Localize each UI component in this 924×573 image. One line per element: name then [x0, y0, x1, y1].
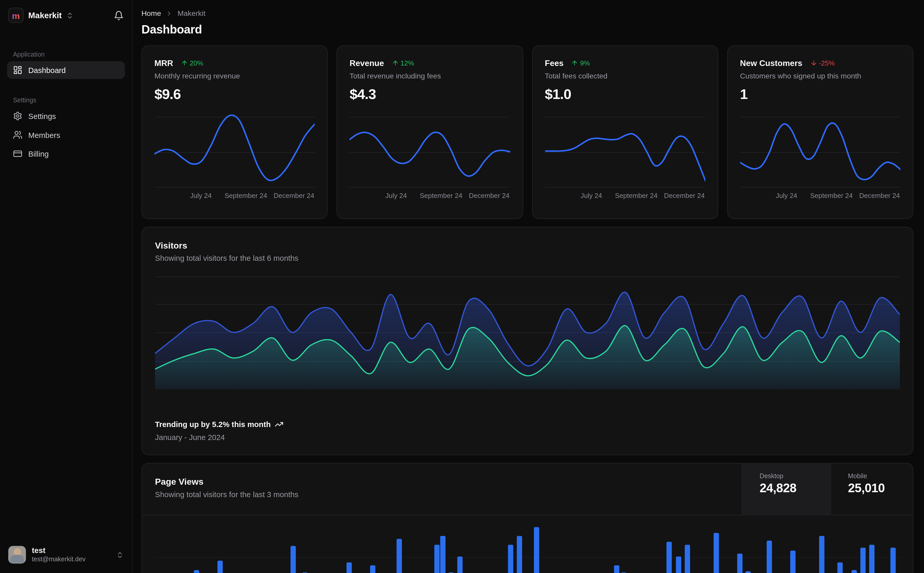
- chevrons-up-down-icon[interactable]: [66, 11, 74, 19]
- bar: [194, 570, 199, 573]
- sidebar-item-members[interactable]: Members: [7, 126, 125, 144]
- tab-label: Mobile: [848, 472, 913, 479]
- stat-value: $1.0: [545, 86, 705, 102]
- arrow-up-icon: [392, 59, 399, 66]
- stat-description: Customers who signed up this month: [740, 72, 900, 80]
- arrow-up-icon: [181, 59, 188, 66]
- credit-card-icon: [13, 149, 22, 158]
- bar: [852, 570, 857, 573]
- chevron-right-icon: [166, 10, 173, 17]
- bar: [347, 562, 351, 573]
- spark-x-labels: July 24September 24December 24: [154, 192, 315, 200]
- user-name: test: [32, 546, 86, 556]
- stat-title: MRR: [154, 58, 173, 67]
- bar: [667, 542, 672, 573]
- notifications-bell-icon[interactable]: [114, 10, 124, 20]
- workspace-switcher[interactable]: Makerkit: [28, 11, 62, 20]
- avatar: [8, 546, 26, 564]
- page-views-chart: [155, 515, 900, 573]
- page-views-series-tabs: Desktop 24,828 Mobile 25,010: [742, 463, 913, 515]
- new-customers-sparkline-chart: [740, 114, 900, 188]
- stat-title: Fees: [545, 58, 563, 67]
- bar: [819, 536, 825, 573]
- bar: [508, 545, 513, 573]
- dashboard-icon: [13, 66, 22, 75]
- sidebar-item-settings[interactable]: Settings: [7, 107, 125, 125]
- bar: [218, 560, 223, 573]
- stat-description: Total fees collected: [545, 72, 705, 80]
- bar: [676, 557, 681, 573]
- visitors-footer-trend: Trending up by 5.2% this month: [155, 420, 271, 429]
- spark-x-labels: July 24September 24December 24: [740, 192, 900, 200]
- arrow-up-icon: [571, 59, 578, 66]
- tab-value: 24,828: [759, 481, 830, 495]
- sidebar-item-label: Settings: [28, 112, 56, 121]
- bar: [869, 545, 875, 573]
- visitors-card: Visitors Showing total visitors for the …: [141, 227, 913, 456]
- stat-card-revenue: Revenue 12% Total revenue including fees…: [337, 45, 523, 219]
- bar: [370, 565, 375, 573]
- stat-value: $9.6: [154, 86, 315, 102]
- sidebar-item-billing[interactable]: Billing: [7, 145, 125, 163]
- user-email: test@makerkit.dev: [32, 556, 86, 564]
- tab-mobile[interactable]: Mobile 25,010: [830, 463, 913, 515]
- bar: [791, 551, 795, 573]
- bar: [767, 540, 772, 573]
- stat-card-mrr: MRR 20% Monthly recurring revenue $9.6 J…: [141, 45, 328, 219]
- trend-badge: -25%: [810, 59, 835, 66]
- trending-up-icon: [275, 420, 284, 429]
- gridline: [155, 557, 900, 558]
- stat-description: Monthly recurring revenue: [154, 72, 315, 80]
- sidebar-item-dashboard[interactable]: Dashboard: [7, 61, 125, 79]
- bar: [458, 557, 463, 573]
- fees-sparkline-chart: [545, 114, 705, 188]
- trend-badge: 12%: [392, 59, 414, 66]
- bar: [685, 545, 690, 573]
- users-icon: [13, 130, 22, 139]
- bar: [714, 533, 719, 573]
- bar: [860, 548, 866, 573]
- user-menu[interactable]: test test@makerkit.dev: [7, 545, 125, 565]
- visitors-footer-range: January - June 2024: [155, 433, 900, 441]
- visitors-area-chart: [155, 273, 900, 389]
- bar: [614, 565, 619, 573]
- stat-card-fees: Fees 9% Total fees collected $1.0 July 2…: [532, 45, 718, 219]
- tab-desktop[interactable]: Desktop 24,828: [742, 463, 830, 515]
- sidebar-item-label: Dashboard: [28, 66, 66, 75]
- bar: [534, 527, 539, 573]
- stat-title: Revenue: [350, 58, 384, 67]
- chevrons-up-down-icon: [116, 551, 124, 559]
- breadcrumb: Home Makerkit: [141, 9, 913, 18]
- stat-value: 1: [740, 86, 900, 102]
- trend-badge: 9%: [571, 59, 590, 66]
- bar: [837, 562, 842, 573]
- bar: [737, 554, 743, 573]
- bar: [396, 539, 402, 573]
- app-root: m Makerkit Application Dashboard Setting…: [0, 0, 924, 573]
- tab-value: 25,010: [848, 481, 913, 495]
- arrow-down-icon: [810, 59, 817, 66]
- section-label-settings: Settings: [13, 97, 125, 103]
- stat-value: $4.3: [350, 86, 510, 102]
- breadcrumb-home-link[interactable]: Home: [141, 9, 161, 18]
- page-title: Dashboard: [141, 23, 913, 36]
- sidebar-item-label: Members: [28, 130, 60, 139]
- page-views-card: Page Views Showing total visitors for th…: [141, 463, 913, 573]
- sidebar-item-label: Billing: [28, 149, 49, 158]
- bar: [890, 548, 896, 573]
- stat-card-new-customers: New Customers -25% Customers who signed …: [727, 45, 913, 219]
- stat-title: New Customers: [740, 58, 802, 67]
- main-content: Home Makerkit Dashboard MRR 20% Monthly …: [133, 0, 924, 573]
- bar: [746, 571, 751, 573]
- visitors-subtitle: Showing total visitors for the last 6 mo…: [155, 254, 900, 263]
- makerkit-logo-icon: m: [8, 8, 24, 23]
- mrr-sparkline-chart: [154, 114, 315, 188]
- sidebar: m Makerkit Application Dashboard Setting…: [0, 0, 133, 573]
- revenue-sparkline-chart: [350, 114, 510, 188]
- trend-badge: 20%: [181, 59, 203, 66]
- spark-x-labels: July 24September 24December 24: [350, 192, 510, 200]
- bar: [440, 536, 446, 573]
- bar: [434, 545, 439, 573]
- bar: [517, 536, 522, 573]
- tab-label: Desktop: [759, 472, 830, 479]
